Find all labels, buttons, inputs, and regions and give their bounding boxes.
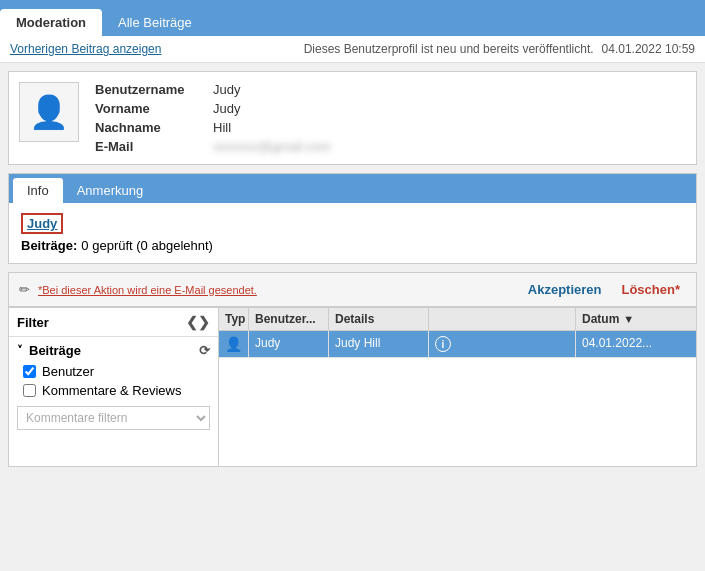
benutzer-checkbox[interactable] — [23, 365, 36, 378]
username-value: Judy — [213, 82, 331, 97]
email-value: xxxxxxx@gmail.com — [213, 139, 331, 154]
notice-message: Dieses Benutzerprofil ist neu und bereit… — [304, 42, 594, 56]
datum-label: Datum — [582, 312, 619, 326]
info-panel: Info Anmerkung Judy Beiträge: 0 geprüft … — [8, 173, 697, 264]
row-extra: i — [429, 331, 576, 357]
lastname-label: Nachname — [95, 120, 205, 135]
avatar: 👤 — [19, 82, 79, 142]
notice-bar: Vorherigen Beitrag anzeigen Dieses Benut… — [0, 36, 705, 63]
delete-button[interactable]: Löschen* — [615, 279, 686, 300]
info-name[interactable]: Judy — [21, 213, 63, 234]
filter-sidebar: Filter ❮❯ ˅ Beiträge ⟳ Benutzer Kommenta… — [9, 308, 219, 466]
tab-alle-beitraege[interactable]: Alle Beiträge — [102, 9, 208, 36]
table-header: Typ Benutzer... Details Datum ▼ — [219, 308, 696, 331]
accept-button[interactable]: Akzeptieren — [522, 279, 608, 300]
kommentare-label: Kommentare & Reviews — [42, 383, 181, 398]
sort-icon: ▼ — [623, 313, 634, 325]
email-label: E-Mail — [95, 139, 205, 154]
row-benutzer: Judy — [249, 331, 329, 357]
beitrage-value: 0 geprüft (0 abgelehnt) — [81, 238, 213, 253]
col-typ: Typ — [219, 308, 249, 330]
tab-anmerkung[interactable]: Anmerkung — [63, 178, 157, 203]
filter-section-header: ˅ Beiträge ⟳ — [17, 343, 210, 358]
kommentare-filter-dropdown[interactable]: Kommentare filtern — [17, 406, 210, 430]
pencil-icon: ✏ — [19, 282, 30, 297]
beitrage-label: Beiträge: — [21, 238, 77, 253]
person-small-icon: 👤 — [225, 336, 242, 352]
person-icon: 👤 — [29, 93, 69, 131]
row-details: Judy Hill — [329, 331, 429, 357]
col-benutzer: Benutzer... — [249, 308, 329, 330]
refresh-icon[interactable]: ⟳ — [199, 343, 210, 358]
benutzer-label: Benutzer — [42, 364, 94, 379]
action-note: *Bei dieser Aktion wird eine E-Mail gese… — [38, 284, 514, 296]
prev-post-link[interactable]: Vorherigen Beitrag anzeigen — [10, 42, 161, 56]
col-details: Details — [329, 308, 429, 330]
filter-title: Filter — [17, 315, 49, 330]
profile-fields: Benutzername Judy Vorname Judy Nachname … — [95, 82, 331, 154]
filter-section-beitrage: ˅ Beiträge ⟳ Benutzer Kommentare & Revie… — [9, 337, 218, 436]
col-extra — [429, 308, 576, 330]
tab-info[interactable]: Info — [13, 178, 63, 203]
chevron-down-icon: ˅ — [17, 344, 23, 357]
kommentare-checkbox[interactable] — [23, 384, 36, 397]
filter-item-kommentare: Kommentare & Reviews — [17, 383, 210, 398]
col-datum: Datum ▼ — [576, 308, 696, 330]
info-icon: i — [435, 336, 451, 352]
info-content: Judy Beiträge: 0 geprüft (0 abgelehnt) — [9, 203, 696, 263]
filter-header: Filter ❮❯ — [9, 308, 218, 337]
tab-moderation[interactable]: Moderation — [0, 9, 102, 36]
table-row[interactable]: 👤 Judy Judy Hill i 04.01.2022... — [219, 331, 696, 358]
main-content: Filter ❮❯ ˅ Beiträge ⟳ Benutzer Kommenta… — [8, 307, 697, 467]
firstname-value: Judy — [213, 101, 331, 116]
notice-datetime: 04.01.2022 10:59 — [602, 42, 695, 56]
row-datum: 04.01.2022... — [576, 331, 696, 357]
filter-collapse-button[interactable]: ❮❯ — [186, 314, 210, 330]
lastname-value: Hill — [213, 120, 331, 135]
tab-bar: Moderation Alle Beiträge — [0, 0, 705, 36]
filter-section-label: Beiträge — [29, 343, 81, 358]
beitrage-row: Beiträge: 0 geprüft (0 abgelehnt) — [21, 238, 684, 253]
filter-item-benutzer: Benutzer — [17, 364, 210, 379]
profile-card: 👤 Benutzername Judy Vorname Judy Nachnam… — [8, 71, 697, 165]
table-area: Typ Benutzer... Details Datum ▼ 👤 Judy J… — [219, 308, 696, 466]
firstname-label: Vorname — [95, 101, 205, 116]
action-bar: ✏ *Bei dieser Aktion wird eine E-Mail ge… — [8, 272, 697, 307]
username-label: Benutzername — [95, 82, 205, 97]
info-tab-bar: Info Anmerkung — [9, 174, 696, 203]
row-typ-icon: 👤 — [219, 331, 249, 357]
